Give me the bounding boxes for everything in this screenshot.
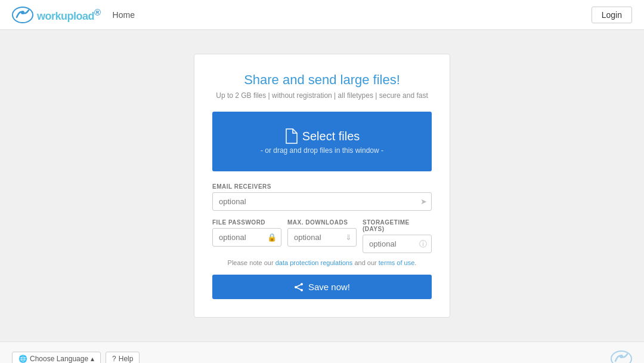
upload-area[interactable]: Select files - or drag and drop files in… <box>212 112 432 171</box>
max-downloads-section: MAX. DOWNLOADS ⇓ <box>287 219 357 253</box>
extra-fields-row: FILE PASSWORD 🔒 MAX. DOWNLOADS ⇓ STORAGE… <box>212 219 432 253</box>
send-icon: ➤ <box>420 197 427 206</box>
login-button[interactable]: Login <box>592 7 632 23</box>
storage-time-section: STORAGETIME (DAYS) ⓘ <box>363 219 432 253</box>
notice-text: Please note our data protection regulati… <box>212 259 432 266</box>
header: workupload® Home Login <box>0 0 644 30</box>
header-left: workupload® Home <box>12 7 135 23</box>
save-label: Save now! <box>308 282 350 292</box>
email-receivers-label: EMAIL RECEIVERS <box>212 183 432 190</box>
email-receivers-input[interactable] <box>212 192 432 211</box>
download-icon: ⇓ <box>345 233 352 242</box>
logo-icon <box>12 7 33 23</box>
footer-controls: 🌐 Choose Language ▴ ? Help <box>12 352 140 363</box>
help-button[interactable]: ? Help <box>106 352 140 363</box>
upload-card: Share and send large files! Up to 2 GB f… <box>194 54 450 318</box>
footer-logo-icon <box>611 350 632 363</box>
email-receivers-section: EMAIL RECEIVERS ➤ <box>212 183 432 211</box>
logo[interactable]: workupload® <box>12 7 101 23</box>
upload-label: Select files <box>284 128 360 144</box>
main-content: Share and send large files! Up to 2 GB f… <box>0 30 644 342</box>
footer: 🌐 Choose Language ▴ ? Help FAQ Give us f… <box>0 342 644 363</box>
svg-point-1 <box>21 11 24 14</box>
logo-text: workupload® <box>37 7 101 23</box>
card-subtitle: Up to 2 GB files | without registration … <box>212 91 432 100</box>
globe-icon: 🌐 <box>18 355 27 363</box>
file-password-wrapper: 🔒 <box>212 228 281 247</box>
nav-home[interactable]: Home <box>113 10 135 20</box>
svg-line-5 <box>296 284 302 287</box>
svg-line-6 <box>296 287 302 290</box>
save-button[interactable]: Save now! <box>212 275 432 299</box>
question-icon: ? <box>112 355 116 363</box>
share-icon <box>294 283 304 291</box>
storage-time-wrapper: ⓘ <box>363 235 432 253</box>
chevron-up-icon: ▴ <box>91 355 94 363</box>
svg-point-0 <box>13 7 33 23</box>
terms-of-use-link[interactable]: terms of use <box>379 259 415 266</box>
card-title: Share and send large files! <box>212 72 432 88</box>
choose-language-button[interactable]: 🌐 Choose Language ▴ <box>12 352 101 363</box>
upload-drag-text: - or drag and drop files in this window … <box>261 146 383 155</box>
file-password-section: FILE PASSWORD 🔒 <box>212 219 281 253</box>
footer-top: 🌐 Choose Language ▴ ? Help <box>12 350 632 363</box>
email-input-wrapper: ➤ <box>212 192 432 211</box>
file-icon <box>284 128 298 144</box>
info-icon: ⓘ <box>419 239 427 250</box>
svg-point-8 <box>620 355 623 358</box>
data-protection-link[interactable]: data protection regulations <box>275 259 353 266</box>
file-password-label: FILE PASSWORD <box>212 219 281 226</box>
storage-time-label: STORAGETIME (DAYS) <box>363 219 432 232</box>
max-downloads-label: MAX. DOWNLOADS <box>287 219 357 226</box>
lock-icon: 🔒 <box>267 233 277 242</box>
max-downloads-wrapper: ⇓ <box>287 228 357 247</box>
